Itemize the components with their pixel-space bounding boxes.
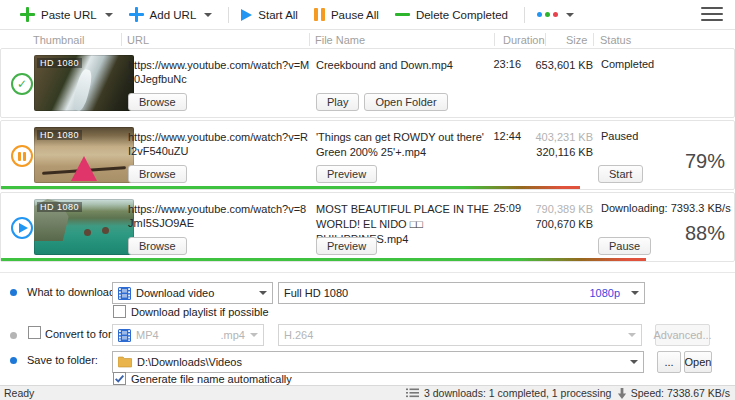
save-to-folder-label: Save to folder: xyxy=(27,354,98,366)
size-total: 403,231 KB xyxy=(536,131,594,143)
hd-badge: HD 1080 xyxy=(37,130,82,140)
preview-button[interactable]: Preview xyxy=(316,165,377,183)
minus-icon xyxy=(395,13,410,16)
download-row-paused[interactable]: HD 1080 https://www.youtube.com/watch?v=… xyxy=(0,120,735,190)
toolbar: Paste URL Add URL Start All Pause All De… xyxy=(0,0,735,30)
column-separator xyxy=(593,33,594,46)
bullet-icon xyxy=(10,357,17,364)
add-url-button[interactable]: Add URL xyxy=(129,7,213,22)
progress-bar xyxy=(1,186,580,189)
pause-icon xyxy=(314,8,325,21)
folder-path-value: D:\Downloads\Videos xyxy=(137,356,242,368)
waterfall-shape xyxy=(71,68,94,111)
size-total: 790,389 KB xyxy=(536,203,594,215)
video-url: https://www.youtube.com/watch?v=M50Jegfb… xyxy=(128,58,310,86)
column-separator xyxy=(494,33,495,46)
download-row-completed[interactable]: HD 1080 https://www.youtube.com/watch?v=… xyxy=(0,48,735,118)
download-mode-value: Download video xyxy=(136,287,214,299)
col-header-url: URL xyxy=(127,34,149,46)
paste-url-button[interactable]: Paste URL xyxy=(20,7,113,22)
bullet-icon xyxy=(10,332,17,339)
open-folder-button[interactable]: Open Folder xyxy=(364,93,447,111)
video-thumbnail: HD 1080 xyxy=(34,127,134,183)
pause-button[interactable]: Pause xyxy=(598,237,651,255)
advanced-button: Advanced... xyxy=(655,324,710,346)
speed-indicator: Speed: 7338.67 KB/s xyxy=(617,387,730,399)
browse-button[interactable]: Browse xyxy=(128,165,187,183)
column-separator xyxy=(309,33,310,46)
quality-select[interactable]: Full HD 1080 1080p xyxy=(278,282,645,304)
bullet-icon xyxy=(10,289,17,296)
convert-checkbox[interactable] xyxy=(28,326,41,339)
status-bar: Ready 3 downloads: 1 completed, 1 proces… xyxy=(0,385,735,400)
paste-url-label: Paste URL xyxy=(41,9,97,21)
size-downloaded: 700,670 KB xyxy=(536,218,594,230)
downloads-summary: 3 downloads: 1 completed, 1 processing xyxy=(406,387,611,399)
chevron-down-icon xyxy=(630,360,638,364)
play-button[interactable]: Play xyxy=(316,93,359,111)
pause-all-button[interactable]: Pause All xyxy=(314,8,379,21)
chevron-down-icon xyxy=(628,333,636,337)
more-actions-button[interactable] xyxy=(537,12,574,17)
three-dots-icon xyxy=(537,12,558,17)
start-all-label: Start All xyxy=(258,9,298,21)
browse-button[interactable]: Browse xyxy=(128,237,187,255)
play-icon xyxy=(241,9,252,21)
preview-button[interactable]: Preview xyxy=(316,237,377,255)
chevron-down-icon xyxy=(631,291,639,295)
download-row-downloading[interactable]: HD 1080 https://www.youtube.com/watch?v=… xyxy=(0,192,735,262)
download-mode-select[interactable]: Download video xyxy=(112,282,273,304)
progress-bar xyxy=(1,258,646,261)
col-header-file-name: File Name xyxy=(315,34,365,46)
toolbar-separator xyxy=(524,7,525,23)
status-text: Completed xyxy=(601,58,733,70)
video-downloader-window: Paste URL Add URL Start All Pause All De… xyxy=(0,0,735,400)
col-header-status: Status xyxy=(600,34,631,46)
video-url: https://www.youtube.com/watch?v=RI2vF540… xyxy=(128,130,310,158)
size-downloaded: 320,116 KB xyxy=(536,146,593,158)
video-url: https://www.youtube.com/watch?v=8JmI5SJO… xyxy=(128,202,310,230)
list-icon xyxy=(406,388,419,398)
col-header-thumbnail: Thumbnail xyxy=(33,34,84,46)
swimmer-shape xyxy=(84,229,91,236)
check-icon xyxy=(114,373,125,384)
folder-path-select[interactable]: D:\Downloads\Videos xyxy=(112,351,644,373)
film-icon xyxy=(118,287,131,300)
menu-button[interactable] xyxy=(701,7,723,25)
chevron-down-icon[interactable] xyxy=(204,13,212,17)
start-all-button[interactable]: Start All xyxy=(241,9,298,21)
quality-badge: 1080p xyxy=(589,287,620,299)
col-header-size: Size xyxy=(566,34,587,46)
format-select: MP4 .mp4 xyxy=(112,324,264,346)
plus-icon xyxy=(129,7,144,22)
video-thumbnail: HD 1080 xyxy=(34,199,134,255)
codec-value: H.264 xyxy=(284,329,313,341)
pause-circle-icon xyxy=(11,145,33,167)
delete-completed-button[interactable]: Delete Completed xyxy=(395,9,508,21)
column-separator xyxy=(545,33,546,46)
playlist-checkbox[interactable] xyxy=(113,305,126,318)
play-circle-icon xyxy=(11,217,33,239)
download-arrow-icon xyxy=(617,388,627,399)
add-url-label: Add URL xyxy=(150,9,197,21)
browse-button[interactable]: Browse xyxy=(128,93,187,111)
playlist-checkbox-label: Download playlist if possible xyxy=(131,306,269,318)
chevron-down-icon[interactable] xyxy=(105,13,113,17)
start-button[interactable]: Start xyxy=(598,165,643,183)
panel-divider xyxy=(0,272,735,273)
hd-badge: HD 1080 xyxy=(37,58,82,68)
toolbar-separator xyxy=(228,7,229,23)
autoname-checkbox-label: Generate file name automatically xyxy=(131,373,292,385)
browse-folder-button[interactable]: ... xyxy=(657,351,681,373)
autoname-checkbox[interactable] xyxy=(113,372,126,385)
chevron-down-icon xyxy=(259,291,267,295)
chevron-down-icon xyxy=(250,333,258,337)
quality-value: Full HD 1080 xyxy=(284,287,348,299)
folder-icon xyxy=(118,356,132,368)
status-text: Downloading: 7393.3 KB/s xyxy=(601,202,733,214)
film-icon xyxy=(118,329,131,342)
format-ext: .mp4 xyxy=(221,329,245,341)
pause-all-label: Pause All xyxy=(331,9,379,21)
open-folder-button[interactable]: Open xyxy=(684,351,712,373)
speed-text: Speed: 7338.67 KB/s xyxy=(631,387,730,399)
